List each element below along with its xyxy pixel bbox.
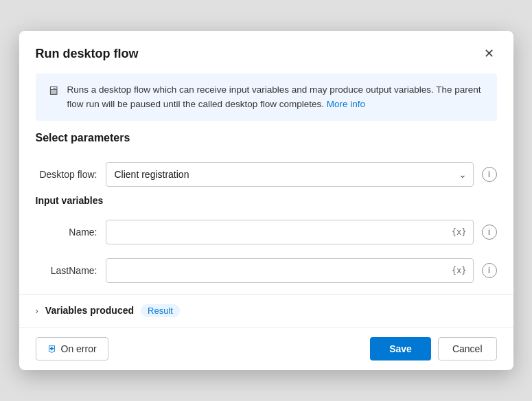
info-icon-label: i xyxy=(488,265,490,275)
monitor-icon: 🖥 xyxy=(47,84,59,98)
desktop-flow-label: Desktop flow: xyxy=(36,169,97,180)
desktop-flow-row: Desktop flow: Client registration ⌄ i xyxy=(19,157,513,192)
close-button[interactable]: ✕ xyxy=(481,43,497,64)
dialog-title: Run desktop flow xyxy=(36,47,139,61)
info-banner: 🖥 Runs a desktop flow which can receive … xyxy=(36,73,497,121)
name-label: Name: xyxy=(36,227,97,238)
lastname-label: LastName: xyxy=(36,265,97,276)
name-input[interactable] xyxy=(106,220,474,244)
desktop-flow-input-wrapper: Client registration ⌄ xyxy=(106,162,474,187)
name-input-wrapper: {x} xyxy=(106,220,474,244)
close-icon: ✕ xyxy=(484,46,494,61)
name-info-icon[interactable]: i xyxy=(482,225,497,240)
lastname-info-icon[interactable]: i xyxy=(482,263,497,278)
variables-produced-label: Variables produced xyxy=(45,305,134,316)
info-icon-label: i xyxy=(488,227,490,237)
select-parameters-label: Select parameters xyxy=(19,132,513,144)
chevron-right-icon: › xyxy=(36,306,38,316)
desktop-flow-info-icon[interactable]: i xyxy=(482,167,497,182)
lastname-input-wrapper: {x} xyxy=(106,258,474,283)
more-info-link[interactable]: More info xyxy=(327,99,365,109)
cancel-button[interactable]: Cancel xyxy=(438,337,497,360)
on-error-button[interactable]: ⛨ On error xyxy=(36,337,108,360)
save-button[interactable]: Save xyxy=(370,337,431,360)
input-variables-label: Input variables xyxy=(19,195,513,206)
on-error-label: On error xyxy=(61,343,97,354)
shield-icon: ⛨ xyxy=(47,343,57,354)
footer-right: Save Cancel xyxy=(370,337,496,360)
desktop-flow-select[interactable]: Client registration xyxy=(106,162,474,187)
result-badge: Result xyxy=(141,304,180,317)
info-icon-label: i xyxy=(488,169,490,179)
lastname-row: LastName: {x} i xyxy=(19,253,513,288)
lastname-input[interactable] xyxy=(106,258,474,283)
run-desktop-flow-dialog: Run desktop flow ✕ 🖥 Runs a desktop flow… xyxy=(19,31,513,370)
name-row: Name: {x} i xyxy=(19,214,513,250)
dialog-header: Run desktop flow ✕ xyxy=(19,31,513,73)
variables-produced-row[interactable]: › Variables produced Result xyxy=(19,294,513,327)
info-banner-text: Runs a desktop flow which can receive in… xyxy=(67,83,486,111)
dialog-footer: ⛨ On error Save Cancel xyxy=(19,327,513,370)
